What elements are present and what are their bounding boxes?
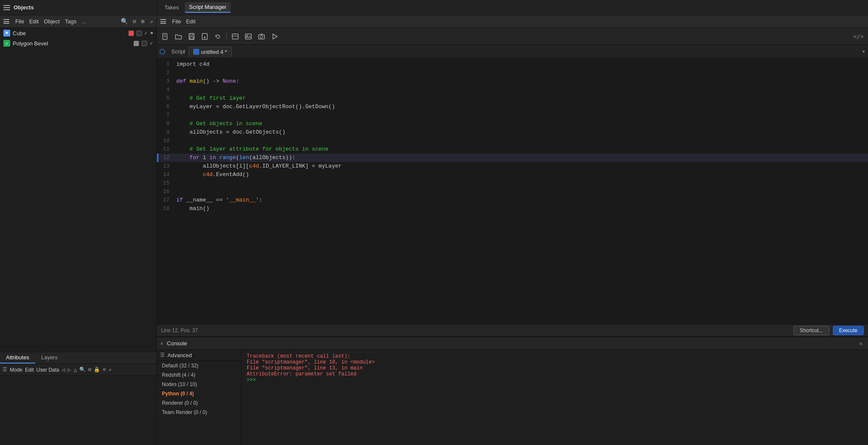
line-content[interactable]: # Set layer attribute for objects in sce… [175, 145, 868, 154]
menu-more[interactable]: ... [81, 18, 86, 25]
bookmark-icon[interactable]: ⊞ [141, 18, 145, 25]
attr-expand-icon[interactable]: ↗ [108, 367, 111, 373]
objects-menu-icon[interactable] [3, 18, 10, 25]
new-file-btn[interactable] [159, 31, 171, 42]
cut-area-btn[interactable] [229, 31, 241, 42]
menu-tags[interactable]: Tags [65, 18, 76, 25]
console-section-nodes[interactable]: Nodes (10 / 10) [157, 380, 241, 389]
open-folder-btn[interactable] [172, 31, 184, 42]
menu-edit-left[interactable]: Edit [29, 18, 39, 25]
polygon-bevel-check[interactable]: ✓ [150, 40, 153, 47]
tab-layers[interactable]: Layers [35, 352, 64, 364]
line-content[interactable]: # Get objects in scene [175, 120, 868, 128]
tab-attributes[interactable]: Attributes [0, 352, 35, 364]
console-sidebar-header: ☰ Advanced [157, 350, 241, 361]
objects-panel-title: Objects [14, 4, 34, 11]
script-menu-icon[interactable] [160, 18, 167, 25]
console-advanced-label: Advanced [167, 352, 192, 358]
code-editor[interactable]: 1import c4d2 3def main() -> None:4 5 # G… [157, 59, 868, 324]
cube-flag[interactable]: ⚑ [150, 31, 153, 36]
line-number: 17 [159, 196, 175, 204]
line-content[interactable]: # Get first layer [175, 94, 868, 103]
external-link-icon[interactable]: ↗ [150, 18, 153, 25]
line-content[interactable]: main() [175, 204, 868, 213]
console-section-python[interactable]: Python (0 / 4) [157, 389, 241, 398]
console-section-default[interactable]: Default (32 / 32) [157, 361, 241, 370]
attr-search-icon[interactable]: 🔍 [79, 367, 86, 373]
cube-dot[interactable] [136, 31, 142, 36]
svg-rect-7 [232, 34, 238, 39]
console-line-2: File "scriptmanager", line 18, in <modul… [247, 359, 863, 365]
attr-up-icon[interactable]: △ [73, 367, 77, 373]
object-item-polygon-bevel[interactable]: ◇ Polygon Bevel ✓ [0, 38, 156, 48]
polygon-bevel-dot2[interactable] [142, 41, 147, 46]
shortcut-btn[interactable]: Shortcut... [793, 326, 829, 335]
attr-back-icon[interactable]: ◁ [62, 367, 65, 373]
attr-content [0, 376, 156, 445]
tab-dropdown-icon[interactable]: ▾ [862, 48, 865, 55]
attr-menu-icon[interactable]: ☰ [3, 367, 7, 373]
save-as-btn[interactable] [199, 31, 211, 42]
objects-panel-tab-bar: Objects [0, 0, 157, 15]
attr-userdata-label[interactable]: User Data [36, 367, 59, 373]
cube-color[interactable] [128, 31, 134, 36]
menu-file-right[interactable]: File [172, 18, 181, 25]
search-icon[interactable]: 🔍 [121, 18, 128, 25]
revert-btn[interactable] [212, 31, 224, 42]
filter-icon[interactable]: ⊟ [133, 18, 136, 25]
camera-btn[interactable] [256, 31, 267, 42]
code-line: 2 [157, 69, 868, 77]
line-content[interactable]: allObjects = doc.GetObjects() [175, 128, 868, 137]
attr-lock-icon[interactable]: 🔒 [94, 367, 100, 373]
line-content[interactable] [175, 111, 868, 120]
code-line: 10 [157, 137, 868, 145]
console-close-icon[interactable]: ✕ [160, 340, 164, 347]
line-content[interactable]: import c4d [175, 60, 868, 69]
attr-circular-icon[interactable]: ⊙ [103, 367, 106, 373]
menu-object[interactable]: Object [44, 18, 60, 25]
attr-tab-bar: Attributes Layers [0, 352, 156, 364]
line-content[interactable]: if __name__ == '__main__': [175, 196, 868, 204]
line-number: 15 [159, 179, 175, 188]
code-line: 17if __name__ == '__main__': [157, 196, 868, 204]
line-content[interactable] [175, 137, 868, 145]
menu-edit-right[interactable]: Edit [186, 18, 195, 25]
line-content[interactable] [175, 69, 868, 77]
console-section-redshift[interactable]: Redshift (4 / 4) [157, 370, 241, 380]
line-content[interactable] [175, 179, 868, 188]
menu-icon[interactable] [3, 4, 10, 11]
console-section-renderer[interactable]: Renderer (0 / 0) [157, 398, 241, 408]
console-clear-icon[interactable]: ✕ [857, 340, 865, 347]
line-content[interactable]: for i in range(len(allObjects)): [175, 154, 868, 162]
script-file-tab[interactable]: untitled 4 * [189, 47, 231, 57]
attr-mode-label[interactable]: Mode [10, 367, 22, 373]
save-btn[interactable] [186, 31, 198, 42]
console-output[interactable]: Traceback (most recent call last): File … [242, 350, 868, 445]
attr-edit-label[interactable]: Edit [25, 367, 34, 373]
sidebar-menu-icon[interactable]: ☰ [160, 352, 165, 358]
console-section-teamrender[interactable]: Team Render (0 / 0) [157, 408, 241, 417]
tab-script-manager[interactable]: Script Manager [185, 2, 231, 13]
console-line-1: Traceback (most recent call last): [247, 353, 863, 359]
cube-check[interactable]: ✓ [145, 30, 148, 36]
object-item-cube[interactable]: ■ Cube ✓ ⚑ [0, 28, 156, 38]
line-content[interactable]: c4d.EventAdd() [175, 171, 868, 179]
run-btn[interactable] [269, 31, 281, 42]
console-panel: ✕ Console ✕ ☰ Advanced Default (32 / 32)… [157, 337, 868, 445]
console-prompt[interactable]: >>> [247, 377, 863, 383]
image-btn[interactable] [242, 31, 254, 42]
line-content[interactable]: allObjects[i][c4d.ID_LAYER_LINK] = myLay… [175, 162, 868, 171]
tab-takes[interactable]: Takes [160, 3, 183, 12]
line-content[interactable] [175, 188, 868, 196]
line-content[interactable]: def main() -> None: [175, 77, 868, 86]
execute-btn[interactable]: Execute [833, 326, 864, 335]
line-content[interactable]: myLayer = doc.GetLayerObjectRoot().GetDo… [175, 103, 868, 111]
attr-forward-icon[interactable]: ▷ [68, 367, 71, 373]
line-content[interactable] [175, 86, 868, 94]
close-tag-btn[interactable]: </> [851, 31, 865, 42]
svg-point-12 [260, 36, 263, 38]
polygon-bevel-dot1[interactable] [134, 41, 139, 46]
script-label[interactable]: Script [168, 48, 189, 56]
menu-file-left[interactable]: File [15, 18, 24, 25]
attr-filter2-icon[interactable]: ⊟ [88, 367, 91, 373]
